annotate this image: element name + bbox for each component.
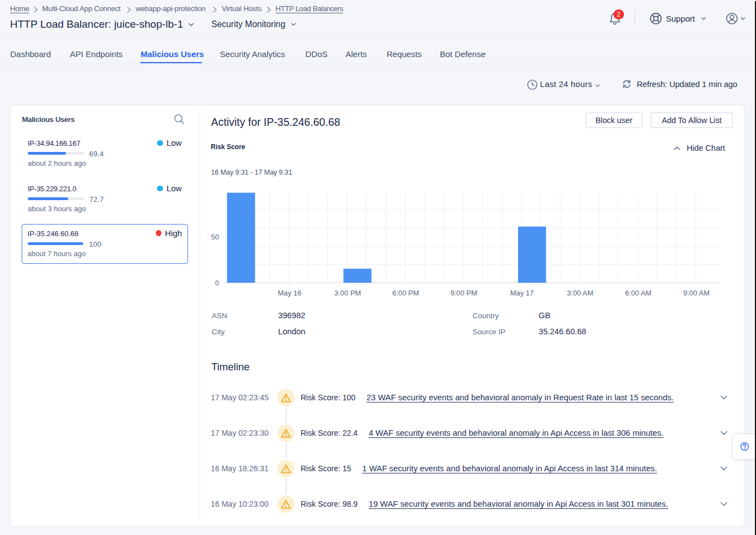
svg-text:6:00 AM: 6:00 AM — [625, 289, 652, 297]
svg-text:May 17: May 17 — [510, 289, 534, 297]
svg-text:50: 50 — [211, 233, 219, 241]
svg-text:3:00 AM: 3:00 AM — [567, 289, 593, 297]
svg-text:9:00 PM: 9:00 PM — [450, 289, 477, 297]
svg-text:3:00 PM: 3:00 PM — [334, 289, 361, 297]
svg-text:9:00 AM: 9:00 AM — [683, 289, 710, 297]
svg-text:6:00 PM: 6:00 PM — [392, 289, 419, 297]
svg-text:0: 0 — [215, 279, 219, 287]
svg-text:May 16: May 16 — [278, 289, 302, 297]
